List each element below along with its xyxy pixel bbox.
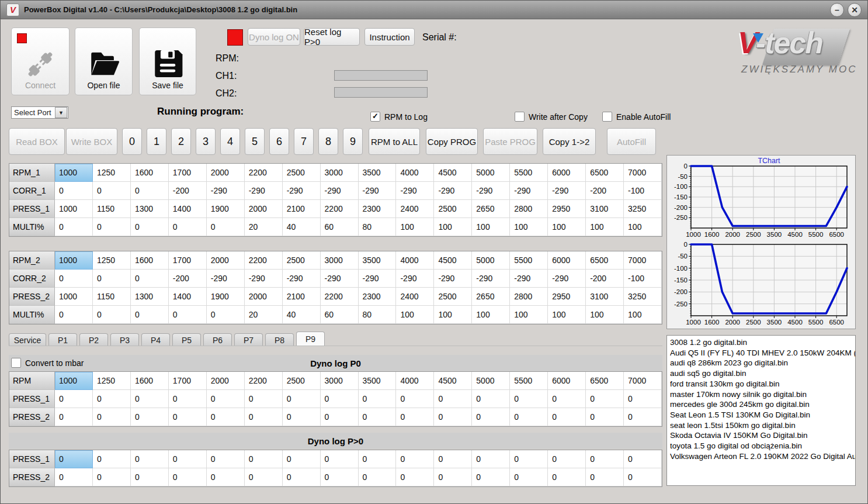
- cell-PRESS_1-8[interactable]: 0: [359, 390, 397, 408]
- cell-MULTI%-12[interactable]: 100: [510, 306, 548, 324]
- digit-6-button[interactable]: 6: [269, 128, 289, 155]
- cell-PRESS_1-8[interactable]: 2300: [359, 200, 397, 218]
- cell-RPM_1-2[interactable]: 1600: [131, 164, 169, 182]
- cell-RPM-3[interactable]: 1700: [169, 372, 207, 390]
- cell-MULTI%-0[interactable]: 0: [55, 218, 93, 236]
- cell-MULTI%-15[interactable]: 100: [624, 218, 662, 236]
- cell-PRESS_2-13[interactable]: 0: [548, 408, 586, 426]
- cell-PRESS_2-15[interactable]: 3250: [624, 288, 662, 306]
- cell-RPM_1-3[interactable]: 1700: [169, 164, 207, 182]
- reset-log-button[interactable]: Reset log P>0: [304, 28, 360, 46]
- cell-PRESS_2-7[interactable]: 0: [321, 408, 359, 426]
- cell-RPM-0[interactable]: 1000: [55, 372, 93, 390]
- cell-RPM-4[interactable]: 2000: [207, 372, 245, 390]
- digit-0-button[interactable]: 0: [122, 128, 142, 155]
- cell-CORR_2-11[interactable]: -290: [472, 270, 510, 288]
- digit-5-button[interactable]: 5: [245, 128, 265, 155]
- cell-CORR_2-4[interactable]: -290: [207, 270, 245, 288]
- cell-CORR_2-13[interactable]: -290: [548, 270, 586, 288]
- paste-prog-button[interactable]: Paste PROG: [483, 128, 537, 155]
- cell-PRESS_2-7[interactable]: 2200: [321, 288, 359, 306]
- cell-PRESS_1-6[interactable]: 0: [283, 450, 321, 468]
- rpm-to-all-button[interactable]: RPM to ALL: [369, 128, 420, 155]
- cell-PRESS_1-6[interactable]: 0: [283, 390, 321, 408]
- cell-CORR_1-3[interactable]: -200: [169, 182, 207, 200]
- cell-PRESS_2-14[interactable]: 0: [586, 468, 624, 486]
- rpm-to-log-checkbox[interactable]: ✓ RPM to Log: [370, 112, 428, 122]
- cell-RPM-14[interactable]: 6500: [586, 372, 624, 390]
- cell-PRESS_1-13[interactable]: 0: [548, 390, 586, 408]
- file-list-item[interactable]: Seat Leon 1.5 TSI 130KM Go Digital.bin: [670, 410, 855, 420]
- cell-PRESS_2-11[interactable]: 0: [472, 468, 510, 486]
- chevron-down-icon[interactable]: ▼: [55, 107, 67, 118]
- cell-MULTI%-4[interactable]: 0: [207, 218, 245, 236]
- cell-PRESS_2-1[interactable]: 0: [93, 468, 131, 486]
- cell-RPM_1-9[interactable]: 4000: [396, 164, 434, 182]
- cell-PRESS_2-1[interactable]: 1150: [93, 288, 131, 306]
- cell-PRESS_1-14[interactable]: 0: [586, 390, 624, 408]
- cell-PRESS_1-0[interactable]: 0: [55, 390, 93, 408]
- cell-MULTI%-14[interactable]: 100: [586, 306, 624, 324]
- tab-service[interactable]: Service: [9, 333, 46, 346]
- cell-PRESS_1-3[interactable]: 0: [169, 450, 207, 468]
- cell-RPM_2-7[interactable]: 3000: [321, 251, 359, 270]
- cell-MULTI%-5[interactable]: 20: [245, 306, 283, 324]
- cell-PRESS_2-8[interactable]: 0: [359, 468, 397, 486]
- cell-CORR_2-12[interactable]: -290: [510, 270, 548, 288]
- cell-PRESS_2-15[interactable]: 0: [624, 468, 662, 486]
- file-list-item[interactable]: toyota 1.5 go digital od obciążenia.bin: [670, 441, 855, 451]
- cell-CORR_1-13[interactable]: -290: [548, 182, 586, 200]
- cell-CORR_1-11[interactable]: -290: [472, 182, 510, 200]
- cell-RPM_1-1[interactable]: 1250: [93, 164, 131, 182]
- cell-RPM-13[interactable]: 6000: [548, 372, 586, 390]
- file-list-item[interactable]: Audi Q5 II (FY FL) 40 TDI MHEV 2.0 150kW…: [670, 348, 855, 358]
- cell-MULTI%-9[interactable]: 100: [396, 218, 434, 236]
- connect-button[interactable]: Connect: [11, 27, 70, 95]
- open-file-button[interactable]: Open file: [75, 27, 133, 95]
- cell-RPM_2-3[interactable]: 1700: [169, 251, 207, 270]
- cell-PRESS_2-0[interactable]: 0: [55, 468, 93, 486]
- cell-PRESS_1-2[interactable]: 1300: [131, 200, 169, 218]
- file-list-item[interactable]: audi sq5 go digital.bin: [670, 368, 855, 379]
- cell-PRESS_1-10[interactable]: 2500: [434, 200, 472, 218]
- cell-PRESS_1-7[interactable]: 0: [321, 450, 359, 468]
- cell-PRESS_1-12[interactable]: 2800: [510, 200, 548, 218]
- cell-MULTI%-5[interactable]: 20: [245, 218, 283, 236]
- cell-PRESS_2-4[interactable]: 0: [207, 408, 245, 426]
- cell-CORR_2-6[interactable]: -290: [283, 270, 321, 288]
- cell-PRESS_1-7[interactable]: 2200: [321, 200, 359, 218]
- cell-PRESS_2-2[interactable]: 0: [131, 408, 169, 426]
- cell-RPM_1-5[interactable]: 2200: [245, 164, 283, 182]
- digit-2-button[interactable]: 2: [171, 128, 191, 155]
- cell-PRESS_2-12[interactable]: 0: [510, 468, 548, 486]
- cell-PRESS_2-3[interactable]: 1400: [169, 288, 207, 306]
- cell-CORR_2-10[interactable]: -290: [434, 270, 472, 288]
- cell-PRESS_2-6[interactable]: 0: [283, 468, 321, 486]
- cell-PRESS_1-3[interactable]: 0: [169, 390, 207, 408]
- cell-RPM_2-10[interactable]: 4500: [434, 251, 472, 270]
- cell-RPM-5[interactable]: 2200: [245, 372, 283, 390]
- minimize-button[interactable]: –: [830, 3, 844, 17]
- cell-CORR_2-7[interactable]: -290: [321, 270, 359, 288]
- cell-RPM-8[interactable]: 3500: [359, 372, 397, 390]
- cell-PRESS_1-4[interactable]: 0: [207, 450, 245, 468]
- cell-PRESS_1-8[interactable]: 0: [359, 450, 397, 468]
- cell-CORR_2-3[interactable]: -200: [169, 270, 207, 288]
- cell-RPM_1-15[interactable]: 7000: [624, 164, 662, 182]
- cell-RPM_1-12[interactable]: 5500: [510, 164, 548, 182]
- cell-PRESS_2-2[interactable]: 1300: [131, 288, 169, 306]
- cell-PRESS_1-2[interactable]: 0: [131, 450, 169, 468]
- cell-RPM_2-5[interactable]: 2200: [245, 251, 283, 270]
- cell-PRESS_2-4[interactable]: 1900: [207, 288, 245, 306]
- file-list-item[interactable]: master 170km nowy silnik go digital.bin: [670, 389, 855, 400]
- cell-CORR_2-9[interactable]: -290: [396, 270, 434, 288]
- cell-PRESS_1-15[interactable]: 3250: [624, 200, 662, 218]
- cell-RPM_2-14[interactable]: 6500: [586, 251, 624, 270]
- cell-RPM_2-8[interactable]: 3500: [359, 251, 397, 270]
- tab-p3[interactable]: P3: [110, 333, 139, 346]
- tab-p7[interactable]: P7: [234, 333, 263, 346]
- tab-p9[interactable]: P9: [296, 332, 325, 346]
- cell-RPM-11[interactable]: 5000: [472, 372, 510, 390]
- cell-CORR_1-14[interactable]: -200: [586, 182, 624, 200]
- cell-CORR_1-5[interactable]: -290: [245, 182, 283, 200]
